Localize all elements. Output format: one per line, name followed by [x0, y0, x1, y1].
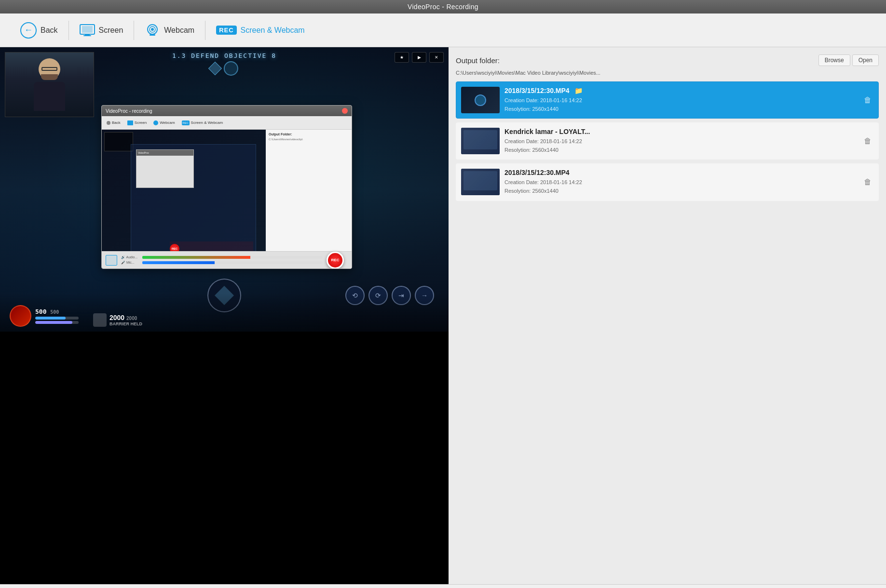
person-body: [34, 82, 65, 111]
svg-rect-3: [83, 35, 91, 36]
nested-nav-screen[interactable]: Screen: [125, 120, 149, 126]
nested-audio-row-1: 🔊 Audio...: [121, 255, 323, 259]
screen-label: Screen: [99, 26, 123, 35]
file-list: 2018/3/15/12:30.MP4 📁 Creation Date: 201…: [456, 81, 879, 201]
file-folder-icon-1: 📁: [574, 87, 583, 94]
file-item-1[interactable]: 2018/3/15/12:30.MP4 📁 Creation Date: 201…: [456, 81, 879, 119]
nested-sidebar: Output Folder: C:\Users\Movies\videoclip…: [266, 130, 352, 268]
file-item-3[interactable]: 2018/3/15/12:30.MP4 Creation Date: 2018-…: [456, 163, 879, 200]
person-glasses: [41, 67, 57, 71]
file-thumb-2: [461, 128, 500, 154]
file-info-3: 2018/3/15/12:30.MP4 Creation Date: 2018-…: [504, 169, 857, 195]
nested-nav-back[interactable]: Back: [105, 120, 123, 126]
game-mini-icon-3: ✕: [429, 52, 444, 63]
file-item-2[interactable]: Kendrick lamar - LOYALT... Creation Date…: [456, 122, 879, 160]
webcam-person: [5, 53, 94, 117]
video-preview: 1.3 DEFEND OBJECTIVE 8 ★ ▶ ✕ VideoProc -…: [0, 47, 449, 332]
mini-nested-window: VideoProc: [136, 149, 194, 188]
nested-rec-button[interactable]: REC: [327, 252, 344, 269]
rec-badge: REC: [216, 26, 236, 35]
file-info-1: 2018/3/15/12:30.MP4 📁 Creation Date: 201…: [504, 87, 857, 113]
hud-score-icon: [93, 313, 107, 327]
file-thumb-play-icon-1: [475, 94, 486, 106]
file-meta-1: Creation Date: 2018-01-16 14:22 Resolyti…: [504, 96, 857, 113]
game-mini-icon-1: ★: [395, 52, 409, 63]
game-mini-icon-2: ▶: [412, 52, 426, 63]
nested-audio-row-2: 🎤 Mic...: [121, 261, 323, 265]
nested-preview-inner: VideoProc REC: [102, 130, 266, 268]
file-meta-2: Creation Date: 2018-01-16 14:22 Resolyti…: [504, 137, 857, 154]
hud-health-bar: [35, 317, 79, 320]
svg-rect-7: [150, 34, 155, 36]
webcam-icon: [145, 24, 160, 37]
folder-btn-group: Browse Open: [818, 54, 879, 66]
nested-crop-button[interactable]: [106, 255, 117, 266]
file-info-2: Kendrick lamar - LOYALT... Creation Date…: [504, 128, 857, 154]
output-folder-label: Output folder:: [456, 56, 500, 65]
nested-window: VideoProc - recording Back Screen: [101, 105, 352, 269]
screen-webcam-label: Screen & Webcam: [241, 26, 305, 35]
screen-button[interactable]: Screen: [69, 20, 134, 40]
game-top-right: ★ ▶ ✕: [395, 52, 444, 63]
webcam-button[interactable]: Webcam: [134, 20, 205, 41]
file-name-2: Kendrick lamar - LOYALT...: [504, 128, 857, 135]
file-thumb-1: [461, 87, 500, 113]
game-hud: 500 500 2000 2000 BARRIER HELD: [0, 293, 449, 332]
file-thumb-3: [461, 169, 500, 195]
game-diamond-icon: [208, 62, 222, 75]
game-objective: 1.3 DEFEND OBJECTIVE 8: [172, 52, 276, 59]
open-button[interactable]: Open: [852, 54, 879, 66]
webcam-label: Webcam: [164, 26, 194, 35]
nested-nav-screen-webcam[interactable]: REC Screen & Webcam: [180, 120, 225, 126]
main-content: 1.3 DEFEND OBJECTIVE 8 ★ ▶ ✕ VideoProc -…: [0, 47, 886, 584]
file-name-3: 2018/3/15/12:30.MP4: [504, 169, 857, 176]
video-area: 1.3 DEFEND OBJECTIVE 8 ★ ▶ ✕ VideoProc -…: [0, 47, 449, 584]
game-top-icons: [210, 61, 238, 76]
hud-energy-label: BARRIER HELD: [109, 321, 142, 326]
hud-bars: 500 500: [35, 308, 79, 324]
nested-output-label: Output Folder:: [269, 133, 349, 136]
folder-path: C:\Users\wsciyiyi\Movies\Mac Video Libra…: [456, 70, 879, 76]
back-icon: ←: [20, 22, 37, 39]
person-silhouette: [30, 58, 69, 111]
top-nav: ← Back Screen Webcam REC Screen & Webcam: [0, 13, 886, 47]
back-button[interactable]: ← Back: [10, 18, 68, 42]
file-name-1: 2018/3/15/12:30.MP4 📁: [504, 87, 857, 94]
nested-title: VideoProc - recording: [106, 108, 152, 114]
nested-nav-webcam[interactable]: Webcam: [151, 120, 177, 126]
hud-score-area: 2000 2000 BARRIER HELD: [93, 313, 142, 327]
nested-main: VideoProc REC: [102, 130, 352, 268]
bottom-toolbar: + Crop W ⛓ H: [0, 584, 886, 588]
browse-button[interactable]: Browse: [818, 54, 850, 66]
nested-close-button[interactable]: [342, 108, 348, 114]
mini-webcam-thumb: [104, 132, 133, 151]
nested-nav: Back Screen Webcam REC Screen & Webcam: [102, 116, 352, 130]
screen-icon: [80, 24, 95, 37]
file-meta-3: Creation Date: 2018-01-16 14:22 Resolyti…: [504, 178, 857, 195]
svg-rect-1: [82, 26, 93, 33]
nested-audio-area: 🔊 Audio... 🎤 Mic...: [121, 255, 323, 265]
hud-avatar-icon: [10, 305, 31, 327]
nested-path: C:\Users\Movies\videoclip\: [269, 138, 349, 141]
nested-preview: VideoProc REC: [102, 130, 266, 268]
right-panel: Output folder: Browse Open C:\Users\wsci…: [449, 47, 886, 584]
file-delete-button-3[interactable]: 🗑: [862, 176, 873, 188]
person-head: [39, 58, 60, 80]
hud-score-num: 500 500: [35, 308, 79, 315]
title-bar: VideoProc - Recording: [0, 0, 886, 13]
mini-game-area: VideoProc REC: [131, 144, 256, 259]
file-delete-button-1[interactable]: 🗑: [862, 94, 873, 106]
game-circle-icon: [224, 61, 238, 76]
person-beard: [41, 74, 58, 80]
svg-point-6: [151, 28, 154, 31]
nested-titlebar: VideoProc - recording: [102, 106, 352, 116]
nested-bottom: 🔊 Audio... 🎤 Mic... REC: [102, 251, 352, 268]
app-title: VideoProc - Recording: [408, 3, 478, 11]
hud-energy-num: 2000 2000: [109, 314, 142, 321]
back-label: Back: [41, 26, 58, 35]
hud-energy-bar: [35, 321, 79, 324]
hud-health: 500 500: [10, 305, 79, 327]
screen-webcam-button[interactable]: REC Screen & Webcam: [205, 22, 315, 39]
file-delete-button-2[interactable]: 🗑: [862, 135, 873, 147]
output-folder-row: Output folder: Browse Open: [456, 54, 879, 66]
